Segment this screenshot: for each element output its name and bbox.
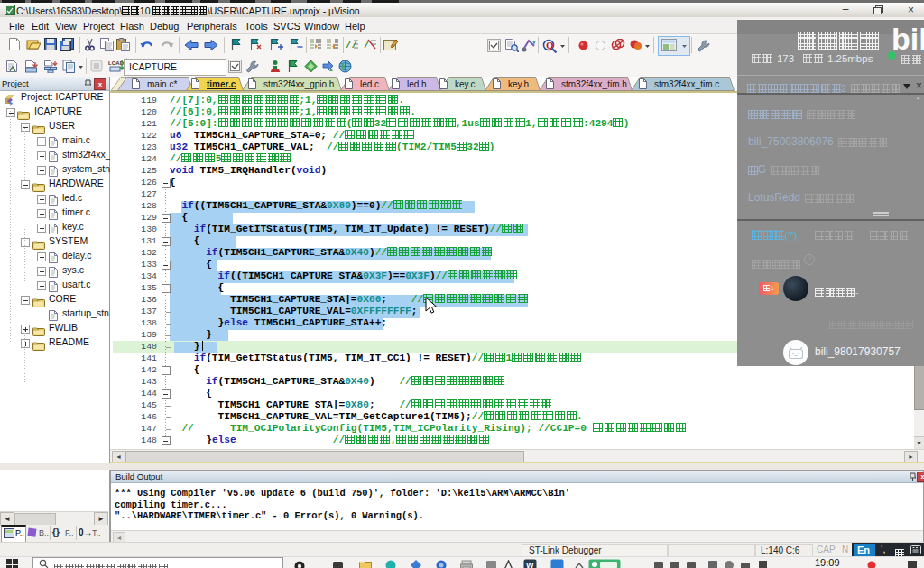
svg-text:W: W	[526, 561, 534, 568]
svg-text://: //	[346, 40, 358, 50]
svg-text:2: 2	[636, 44, 641, 51]
